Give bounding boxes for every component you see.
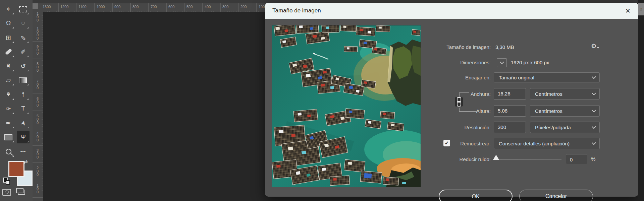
selection-brush-tool[interactable]: ◌ bbox=[17, 17, 30, 29]
ruler-h-label: 800 bbox=[132, 5, 139, 9]
noise-input[interactable]: 0 bbox=[566, 154, 587, 164]
ruler-h-label: 700 bbox=[151, 5, 157, 9]
close-icon[interactable]: ✕ bbox=[622, 5, 634, 17]
resolution-input[interactable]: 300 bbox=[494, 122, 526, 133]
tool-bar: ⌖ Ω ◌ ⊞ ✎ ✐ ♜ ↺ ▱ ♠ ⊸ ✑ T ✒ ➤ Ψ ••• ⇄ bbox=[0, 0, 33, 201]
screen-mode-button[interactable] bbox=[18, 190, 25, 195]
rectangle-tool[interactable] bbox=[2, 131, 15, 143]
hand-tool[interactable]: Ψ bbox=[17, 131, 30, 143]
chevron-down-icon bbox=[500, 60, 504, 64]
ruler-v-label: 400 bbox=[36, 131, 40, 141]
width-label: Anchura: bbox=[370, 91, 491, 97]
width-unit-dropdown[interactable]: Centímetros bbox=[530, 88, 600, 99]
resample-dropdown[interactable]: Conservar detalles (ampliación) bbox=[494, 138, 600, 149]
resolution-unit-dropdown[interactable]: Píxeles/pulgada bbox=[530, 122, 600, 133]
dodge-tool[interactable]: ⊸ bbox=[17, 88, 30, 101]
dialog-body: Tamaño de imagen: 3,30 MB ⚙ Dimensiones:… bbox=[265, 19, 638, 197]
history-brush-icon: ↺ bbox=[20, 62, 26, 70]
eyedropper-tool[interactable]: ✎ bbox=[17, 31, 30, 44]
photoshop-window: ⌖ Ω ◌ ⊞ ✎ ✐ ♜ ↺ ▱ ♠ ⊸ ✑ T ✒ ➤ Ψ ••• ⇄ 13… bbox=[0, 0, 644, 201]
dialog-title-bar: Tamaño de imagen ✕ bbox=[265, 3, 638, 19]
height-input[interactable]: 5,08 bbox=[494, 105, 526, 117]
brush-tool[interactable]: ✐ bbox=[17, 45, 30, 58]
selection-arrow-icon: ➤ bbox=[19, 119, 28, 126]
image-size-dialog: Tamaño de imagen ✕ bbox=[265, 3, 638, 197]
ruler-v-label: 1100 bbox=[36, 12, 40, 21]
mixer-brush-tool[interactable]: ✑ bbox=[2, 102, 15, 115]
chevron-down-icon bbox=[592, 91, 596, 95]
eraser-icon: ▱ bbox=[6, 76, 11, 84]
lasso-tool[interactable]: Ω bbox=[2, 17, 15, 29]
ruler-v-label: 800 bbox=[36, 62, 40, 72]
marquee-tool[interactable] bbox=[17, 3, 30, 15]
ruler-h-label: 100 bbox=[259, 5, 265, 9]
transform-frame-tool[interactable]: ⊞ bbox=[2, 31, 15, 44]
dodge-icon: ⊸ bbox=[19, 92, 27, 97]
foreground-color-swatch[interactable] bbox=[8, 161, 24, 177]
brush-icon: ✐ bbox=[20, 48, 26, 56]
ruler-h-label: 500 bbox=[186, 5, 193, 9]
chevron-down-icon bbox=[592, 75, 596, 79]
link-icon[interactable] bbox=[455, 97, 463, 107]
dimensions-label: Dimensiones: bbox=[370, 60, 491, 65]
history-brush-tool[interactable]: ↺ bbox=[17, 60, 30, 72]
ruler-h-label: 1300 bbox=[43, 5, 51, 9]
gear-icon[interactable]: ⚙ bbox=[591, 42, 597, 50]
ruler-v-label: 700 bbox=[36, 79, 40, 89]
ruler-h-label: 300 bbox=[222, 5, 228, 9]
ruler-h-label: 1000 bbox=[97, 5, 105, 9]
quick-mask-button[interactable] bbox=[2, 189, 11, 196]
height-unit-value: Centímetros bbox=[535, 108, 562, 114]
noise-unit: % bbox=[591, 156, 595, 162]
pen-tool[interactable]: ✒ bbox=[2, 117, 15, 129]
zoom-tool[interactable] bbox=[2, 145, 15, 158]
ruler-v-label: 500 bbox=[36, 114, 40, 124]
healing-tool[interactable] bbox=[2, 45, 15, 58]
move-tool[interactable]: ⌖ bbox=[2, 3, 15, 15]
ok-button[interactable]: OK bbox=[439, 190, 513, 201]
ruler-corner bbox=[33, 3, 43, 12]
ruler-h-label: 600 bbox=[168, 5, 174, 9]
resample-value: Conservar detalles (ampliación) bbox=[499, 141, 570, 146]
chevron-down-icon bbox=[592, 141, 596, 145]
size-label: Tamaño de imagen: bbox=[370, 44, 491, 50]
ruler-v-label: 1000 bbox=[36, 26, 40, 40]
chevron-down-icon bbox=[592, 125, 596, 129]
more-tools[interactable]: ••• bbox=[17, 145, 30, 158]
fit-to-value: Tamaño original bbox=[499, 75, 534, 80]
type-tool[interactable]: T bbox=[17, 102, 30, 115]
ruler-v-label: 300 bbox=[36, 148, 40, 158]
dimensions-value: 1920 px x 600 px bbox=[511, 60, 549, 65]
dimensions-unit-toggle[interactable] bbox=[497, 58, 507, 67]
lasso-icon: Ω bbox=[6, 19, 11, 27]
noise-slider-track[interactable] bbox=[498, 159, 561, 159]
marquee-icon bbox=[19, 6, 27, 12]
ruler-h-label: 1200 bbox=[60, 5, 68, 9]
ruler-v-label: 900 bbox=[36, 45, 40, 55]
move-icon: ⌖ bbox=[7, 5, 10, 13]
ruler-h-label: 400 bbox=[205, 5, 211, 9]
default-colors-icon[interactable] bbox=[3, 178, 8, 183]
blur-tool[interactable]: ♠ bbox=[2, 88, 15, 101]
width-unit-value: Centímetros bbox=[535, 91, 562, 97]
ruler-h-label: 900 bbox=[114, 5, 120, 9]
clone-stamp-tool[interactable]: ♜ bbox=[2, 60, 15, 72]
resolution-unit-value: Píxeles/pulgada bbox=[535, 125, 571, 130]
ruler-h-label: 200 bbox=[240, 5, 247, 9]
noise-slider-thumb[interactable] bbox=[493, 155, 499, 160]
direct-selection-tool[interactable]: ➤ bbox=[17, 117, 30, 129]
ellipsis-icon: ••• bbox=[20, 149, 26, 154]
cancel-button[interactable]: Cancelar bbox=[519, 190, 593, 201]
eyedropper-icon: ✎ bbox=[20, 34, 26, 42]
width-input[interactable]: 16,26 bbox=[494, 88, 526, 99]
mixer-brush-icon: ✑ bbox=[6, 105, 11, 113]
fit-to-label: Encajar en: bbox=[370, 75, 491, 80]
gradient-tool[interactable] bbox=[17, 74, 30, 86]
blur-drop-icon: ♠ bbox=[7, 91, 10, 98]
height-unit-dropdown[interactable]: Centímetros bbox=[530, 105, 600, 117]
size-value: 3,30 MB bbox=[495, 44, 514, 50]
ruler-v-label: 100 bbox=[36, 183, 40, 193]
healing-icon bbox=[5, 48, 12, 55]
fit-to-dropdown[interactable]: Tamaño original bbox=[494, 72, 600, 82]
eraser-tool[interactable]: ▱ bbox=[2, 74, 15, 86]
